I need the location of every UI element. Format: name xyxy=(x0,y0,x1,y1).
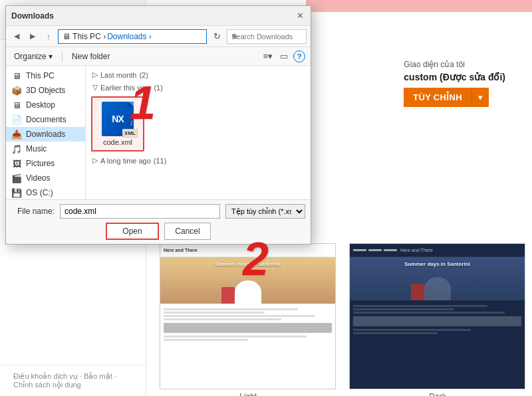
dialog-files: ▷ Last month (2) ▽ Earlier this year (1)… xyxy=(86,66,311,199)
file-name: code.xml xyxy=(103,138,132,146)
theme-label-light: Light xyxy=(239,392,256,396)
dialog-body: 🖥 This PC 📦 3D Objects 🖥 Desktop 📄 Docum… xyxy=(6,66,311,199)
nav-item-videos[interactable]: 🎬 Videos xyxy=(6,171,85,185)
preview-light-header: Here and There xyxy=(160,244,335,257)
up-button[interactable]: ↑ xyxy=(42,30,55,43)
theme-label-dark: Dark xyxy=(429,392,446,396)
nav-label-4: Downloads xyxy=(26,130,65,139)
help-button[interactable]: ? xyxy=(293,50,305,62)
giao-dien-title: Giao diện của tôi xyxy=(404,60,505,69)
new-folder-button[interactable]: New folder xyxy=(69,50,112,62)
nav-label-3: Documents xyxy=(26,115,66,124)
nav-item-downloads[interactable]: 📥 Downloads xyxy=(6,127,85,142)
preview-light-hero: Summer days in Santorini xyxy=(160,257,335,304)
views-button[interactable]: ≡▾ xyxy=(261,50,275,63)
file-icon-wrapper: NX / XML xyxy=(100,102,135,136)
nav-item-desktop[interactable]: 🖥 Desktop xyxy=(6,98,85,112)
nav-icon-1: 📦 xyxy=(11,85,22,96)
xml-badge: XML xyxy=(122,129,138,138)
nav-icon-2: 🖥 xyxy=(11,100,22,110)
dialog-toolbar: Organize ▾ New folder ≡▾ ▭ ? xyxy=(6,47,311,66)
nav-icon-7: 🎬 xyxy=(11,173,22,183)
theme-preview-container-dark: Here and There Summer days in Santorini … xyxy=(349,243,525,389)
custom-label: custom (Được sửa đổi) xyxy=(404,72,505,82)
preview-dark-body xyxy=(350,300,525,339)
file-group-long-ago[interactable]: ▷ A long time ago (11) xyxy=(88,154,308,167)
nav-label-6: Pictures xyxy=(26,159,55,168)
customize-arrow-button[interactable]: ▾ xyxy=(471,88,489,107)
nav-label-8: OS (C:) xyxy=(26,188,53,197)
preview-light-content: Here and There Summer days in Santorini xyxy=(160,244,335,389)
filename-row: File name: Tệp tùy chỉnh (*.xslt;*.xbl;*… xyxy=(11,204,305,219)
nav-icon-4: 📥 xyxy=(11,129,22,140)
nav-item-pictures[interactable]: 🖼 Pictures xyxy=(6,156,85,171)
cancel-button[interactable]: Cancel xyxy=(164,223,211,240)
dialog-close-button[interactable]: ✕ xyxy=(295,11,305,21)
search-input[interactable] xyxy=(227,29,307,44)
back-button[interactable]: ◀ xyxy=(10,30,23,43)
customize-button[interactable]: TÙY CHỈNH xyxy=(404,88,471,107)
nav-label-1: 3D Objects xyxy=(26,86,65,95)
nav-label-5: Music xyxy=(26,144,47,153)
nav-icon-0: 🖥 xyxy=(11,70,22,81)
theme-preview-light[interactable]: Here and There Summer days in Santorini xyxy=(160,243,336,389)
open-button[interactable]: Open xyxy=(106,223,159,240)
nav-icon-8: 💾 xyxy=(11,187,22,198)
nav-item-this-pc[interactable]: 🖥 This PC xyxy=(6,68,85,83)
file-item-code-xml[interactable]: NX / XML code.xml xyxy=(91,96,144,151)
dialog-nav: 🖥 This PC 📦 3D Objects 🖥 Desktop 📄 Docum… xyxy=(6,66,86,199)
toolbar-separator xyxy=(62,51,63,62)
filename-label: File name: xyxy=(11,207,55,216)
nav-item-os-c:[interactable]: 💾 OS (C:) xyxy=(6,185,85,199)
filetype-select[interactable]: Tệp tùy chỉnh (*.xslt;*.xbl;*.xsl;*.x xyxy=(225,204,305,219)
panel-button[interactable]: ▭ xyxy=(277,50,291,63)
address-path: 🖥 This PC › Downloads › xyxy=(58,29,207,44)
organize-button[interactable]: Organize ▾ xyxy=(11,50,55,62)
theme-preview-dark[interactable]: Here and There Summer days in Santorini xyxy=(349,243,525,389)
file-group-last-month[interactable]: ▷ Last month (2) xyxy=(88,68,308,81)
nav-label-2: Desktop xyxy=(26,100,55,110)
preview-light-body xyxy=(160,304,335,346)
nav-item-3d-objects[interactable]: 📦 3D Objects xyxy=(6,83,85,98)
wp-giao-dien-panel: Giao diện của tôi custom (Được sửa đổi) … xyxy=(404,60,505,107)
toolbar-views: ≡▾ ▭ ? xyxy=(261,50,305,63)
file-open-dialog: Downloads ✕ ◀ ▶ ↑ 🖥 This PC › Downloads … xyxy=(5,5,311,245)
dialog-actions: Open Cancel xyxy=(11,223,305,240)
dialog-titlebar: Downloads ✕ xyxy=(6,6,311,26)
dialog-title: Downloads xyxy=(11,11,54,21)
refresh-button[interactable]: ↻ xyxy=(209,29,224,44)
theme-preview-container-light: Here and There Summer days in Santorini xyxy=(160,243,336,389)
file-group-earlier-year[interactable]: ▽ Earlier this year (1) xyxy=(88,81,308,94)
forward-button[interactable]: ▶ xyxy=(26,30,39,43)
nav-icon-5: 🎵 xyxy=(11,144,22,154)
nav-item-documents[interactable]: 📄 Documents xyxy=(6,112,85,127)
preview-dark-header: Here and There xyxy=(350,244,525,257)
customize-button-group: TÙY CHỈNH ▾ xyxy=(404,88,505,107)
dialog-bottom: File name: Tệp tùy chỉnh (*.xslt;*.xbl;*… xyxy=(6,199,311,244)
theme-previews: Here and There Summer days in Santorini xyxy=(160,243,525,389)
dialog-addressbar: ◀ ▶ ↑ 🖥 This PC › Downloads › ↻ xyxy=(6,26,311,47)
nav-item-music[interactable]: 🎵 Music xyxy=(6,142,85,156)
nav-label-0: This PC xyxy=(26,71,55,80)
filename-input[interactable] xyxy=(60,204,220,219)
file-grid: NX / XML code.xml xyxy=(88,94,308,154)
nav-icon-6: 🖼 xyxy=(11,158,22,169)
wp-sidebar-footer: Điều khoản dịch vụ · Bảo mật · Chỉnh sác… xyxy=(0,365,146,396)
nav-icon-3: 📄 xyxy=(11,114,22,125)
preview-dark-hero: Summer days in Santorini xyxy=(350,257,525,300)
nav-label-7: Videos xyxy=(26,173,50,183)
